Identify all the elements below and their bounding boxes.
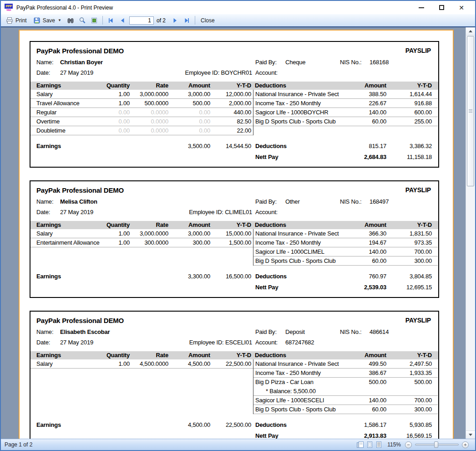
account-label: Account: — [255, 209, 278, 215]
chevron-down-icon: ▼ — [58, 18, 61, 22]
employee-name: Melisa Clifton — [60, 198, 97, 205]
earning-amount: 3,000.00 — [168, 90, 210, 98]
company-title: PayPak Professional DEMO — [36, 186, 124, 195]
deduction-name: Big D Sports Club - Sports Club — [253, 256, 353, 265]
nis-label: NIS No.: — [340, 328, 362, 335]
employee-id: Employee ID: ESCELI01 — [189, 339, 252, 346]
deductions-header-group: Deductions Amount Y-T-D — [253, 82, 438, 90]
deduction-name: Income Tax - 250 Monthly — [253, 238, 353, 247]
zoom-out-button[interactable]: − — [405, 441, 412, 448]
payslip-list: PayPak Professional DEMO PAYSLIP Name: C… — [30, 41, 453, 439]
floppy-disk-icon — [33, 17, 41, 24]
deduction-ytd: 1,614.44 — [386, 90, 432, 98]
earning-quantity: 0.00 — [101, 108, 130, 117]
table-header-row: Earnings Quantity Rate Amount Y-T-D Dedu… — [30, 221, 438, 229]
last-page-button[interactable] — [181, 16, 192, 25]
nett-pay-ytd: 12,695.15 — [386, 282, 432, 293]
preview-area: PayPak Professional DEMO PAYSLIP Name: C… — [1, 26, 475, 439]
deduction-ytd: 1,933.35 — [386, 369, 432, 377]
deduction-ytd: 500.00 — [386, 378, 432, 387]
thumbnail-view-icon — [91, 17, 98, 24]
totals-row: Earnings 3,500.00 14,544.50 Deductions 8… — [30, 141, 438, 151]
earning-rate: 0.0000 — [130, 108, 168, 117]
scroll-down-button[interactable] — [466, 430, 475, 439]
window-controls: ✕ — [411, 2, 471, 13]
close-preview-button[interactable]: Close — [198, 16, 218, 25]
deductions-total-label: Deductions — [253, 141, 353, 151]
deduction-row: Sagicor LIfe - 1000CLIMEL140.00700.00 — [253, 247, 438, 256]
close-icon: ✕ — [459, 5, 464, 11]
printer-icon — [6, 17, 13, 24]
single-page-view-button[interactable] — [366, 441, 373, 448]
deduction-note-row: * Balance: 5,500.00 — [253, 387, 438, 396]
find-button[interactable] — [65, 16, 76, 25]
first-page-button[interactable] — [106, 16, 116, 25]
continuous-view-icon — [375, 441, 382, 448]
table-header-row: Earnings Quantity Rate Amount Y-T-D Dedu… — [30, 82, 438, 90]
save-button[interactable]: Save ▼ — [30, 16, 64, 25]
deduction-amount-column-header: Amount — [353, 221, 386, 229]
table-body: Salary1.003,000.00003,000.0015,000.00Ent… — [30, 229, 438, 272]
earning-rate: 0.0000 — [130, 126, 168, 135]
print-button[interactable]: Print — [3, 16, 30, 25]
page-number-input[interactable] — [129, 16, 154, 25]
earning-amount: 3,000.00 — [168, 229, 210, 238]
deduction-name: Big D Pizza - Car Loan — [253, 378, 353, 387]
paid-by-label: Paid By: — [255, 59, 277, 66]
scroll-up-button[interactable] — [466, 27, 475, 36]
deduction-row: Income Tax - 250 Monthly226.67916.88 — [253, 99, 438, 108]
continuous-view-button[interactable] — [375, 441, 382, 448]
thumbnail-view-button[interactable] — [89, 16, 100, 25]
previous-page-button[interactable] — [117, 16, 128, 25]
earnings-total-ytd: 14,544.50 — [210, 141, 251, 151]
rate-column-header: Rate — [130, 221, 168, 229]
magnifier-icon — [79, 17, 86, 24]
deduction-name: National Insurance - Private Sect — [253, 359, 353, 368]
deduction-ytd: 600.00 — [386, 108, 432, 117]
deduction-row: Sagicor LIfe - 1000BOYCHR140.00600.00 — [253, 108, 438, 117]
nett-pay-amount: 2,539.03 — [353, 282, 386, 293]
close-window-button[interactable]: ✕ — [451, 2, 471, 13]
payslip-header: PayPak Professional DEMO PAYSLIP — [30, 312, 438, 325]
earning-ytd: 2,000.00 — [210, 99, 251, 108]
deduction-ytd: 916.88 — [386, 99, 432, 108]
zoom-tool-button[interactable] — [77, 16, 88, 25]
earnings-header-group: Earnings Quantity Rate Amount Y-T-D — [30, 351, 253, 359]
zoom-in-button[interactable]: + — [462, 441, 469, 448]
date-label: Date: — [36, 339, 50, 346]
vertical-scrollbar[interactable] — [466, 27, 475, 439]
earning-quantity: 1.00 — [101, 238, 130, 247]
earnings-row: Regular0.000.00000.00440.00 — [30, 108, 253, 117]
earning-name: Salary — [30, 359, 101, 368]
scrollbar-thumb[interactable] — [467, 36, 474, 186]
multi-page-view-button[interactable] — [356, 441, 364, 448]
earnings-row: Travel Allowance1.00500.0000500.002,000.… — [30, 99, 253, 108]
toolbar-separator — [102, 16, 103, 25]
toolbar: Print Save ▼ of 2 Close — [1, 14, 475, 26]
employee-name: Christian Boyer — [60, 59, 103, 66]
page-count-label: of 2 — [157, 17, 166, 24]
totals-section: Earnings 4,500.00 22,500.00 Deductions 1… — [30, 420, 438, 439]
table-body: Salary1.003,000.00003,000.0012,000.00Tra… — [30, 90, 438, 141]
ytd-column-header: Y-T-D — [210, 82, 251, 90]
next-page-button[interactable] — [169, 16, 180, 25]
earning-quantity: 1.00 — [101, 90, 130, 98]
earnings-row: Doubletime0.000.00000.0022.00 — [30, 126, 253, 135]
maximize-button[interactable] — [431, 2, 451, 13]
earning-rate: 4,500.0000 — [130, 359, 168, 368]
deduction-name: National Insurance - Private Sect — [253, 229, 353, 238]
minimize-button[interactable] — [411, 2, 431, 13]
earning-name: Salary — [30, 90, 101, 98]
deductions-column-group: National Insurance - Private Sect366.301… — [253, 229, 438, 266]
earnings-row: Entertainment Allowance1.00300.0000300.0… — [30, 238, 253, 247]
zoom-slider-thumb[interactable] — [434, 441, 438, 448]
name-label: Name: — [36, 198, 53, 205]
totals-row: Earnings 4,500.00 22,500.00 Deductions 1… — [30, 420, 438, 430]
earning-ytd: 22.00 — [210, 126, 251, 135]
account-value: 687247682 — [285, 339, 314, 346]
zoom-slider[interactable] — [415, 444, 459, 446]
deductions-total-ytd: 3,804.85 — [386, 272, 432, 282]
report-page: PayPak Professional DEMO PAYSLIP Name: C… — [19, 30, 454, 439]
deduction-row: Big D Sports Club - Sports Club60.00255.… — [253, 117, 438, 126]
deductions-total-label: Deductions — [253, 272, 353, 282]
